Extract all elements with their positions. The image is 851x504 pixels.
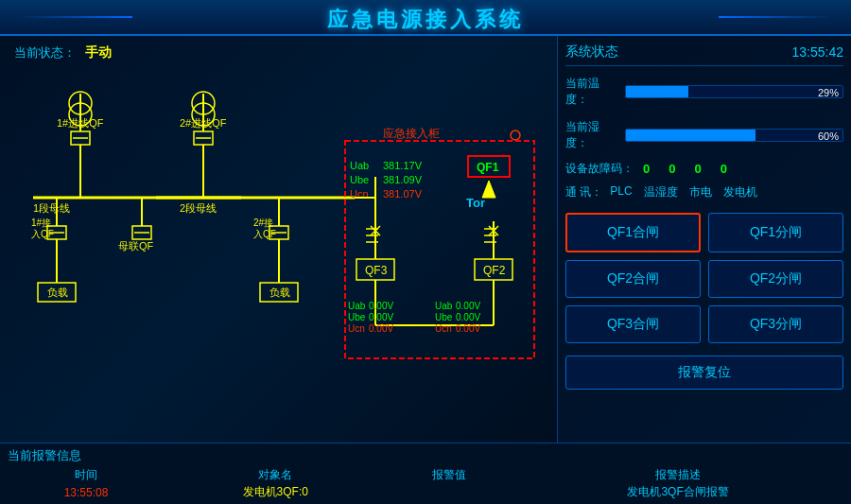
circuit-diagram: 1#进线QF 1段母线 2#进线QF xyxy=(5,70,544,363)
system-status-header: 系统状态 13:55:42 xyxy=(565,43,843,66)
temp-fill xyxy=(626,86,688,97)
comm-label: 通 讯： xyxy=(565,184,602,200)
svg-text:QF3: QF3 xyxy=(365,264,388,277)
svg-text:Ube: Ube xyxy=(435,312,453,322)
fault-label: 设备故障码： xyxy=(565,161,634,177)
humidity-row: 当前湿度： 60% xyxy=(565,119,843,151)
circuit-svg: 1#进线QF 1段母线 2#进线QF xyxy=(5,70,544,373)
header: 应急电源接入系统 xyxy=(0,0,851,36)
svg-text:Ucn: Ucn xyxy=(435,323,452,334)
system-time: 13:55:42 xyxy=(792,44,844,60)
svg-text:Uab: Uab xyxy=(350,160,369,171)
fault-values: 0 0 0 0 xyxy=(643,162,727,176)
svg-text:0.00V: 0.00V xyxy=(456,312,480,322)
temp-label: 当前温度： xyxy=(565,76,617,108)
alarm-value-cell xyxy=(387,483,512,501)
diagram-area: 当前状态： 手动 1#进线QF xyxy=(0,36,558,443)
alarm-col-time: 时间 xyxy=(8,467,165,483)
temp-value: 29% xyxy=(818,86,839,99)
comm-humidity-sensor: 温湿度 xyxy=(644,184,678,200)
alarm-col-value: 报警值 xyxy=(387,467,512,483)
state-bar: 当前状态： 手动 xyxy=(5,41,552,65)
svg-text:Ucn: Ucn xyxy=(348,323,365,334)
svg-text:QF1: QF1 xyxy=(477,161,499,174)
humidity-value: 60% xyxy=(818,130,839,143)
svg-text:0.00V: 0.00V xyxy=(369,323,393,334)
state-value: 手动 xyxy=(85,44,112,61)
svg-text:Ube: Ube xyxy=(348,312,366,322)
alarm-area: 当前报警信息 时间 对象名 报警值 报警描述 13:55:08 发电机3QF:0… xyxy=(0,443,851,504)
fault-val-2: 0 xyxy=(669,162,675,176)
svg-text:QF2: QF2 xyxy=(483,264,506,277)
comm-generator: 发电机 xyxy=(723,184,757,200)
svg-text:1段母线: 1段母线 xyxy=(33,202,70,214)
qf1-close-button[interactable]: QF1合闸 xyxy=(565,213,701,252)
svg-text:381.09V: 381.09V xyxy=(383,174,423,185)
qf3-open-button[interactable]: QF3分闸 xyxy=(708,305,843,343)
alarm-desc-cell: 发电机3QF合闸报警 xyxy=(512,483,843,501)
system-status-title: 系统状态 xyxy=(565,43,618,61)
humidity-fill xyxy=(626,130,755,141)
header-decoration-left xyxy=(19,16,132,18)
state-label: 当前状态： xyxy=(14,44,76,61)
alarm-object-cell: 发电机3QF:0 xyxy=(165,483,387,501)
comm-plc: PLC xyxy=(610,184,632,200)
alarm-time-cell: 13:55:08 xyxy=(8,483,165,501)
svg-text:Ube: Ube xyxy=(350,174,369,185)
header-decoration-right xyxy=(719,16,832,18)
temp-progress: 29% xyxy=(625,85,843,98)
temperature-row: 当前温度： 29% xyxy=(565,76,843,108)
right-panel: 系统状态 13:55:42 当前温度： 29% 当前湿度： 60% 设备故障码：… xyxy=(558,36,851,443)
fault-val-4: 0 xyxy=(721,162,727,176)
svg-text:入QF: 入QF xyxy=(253,229,276,239)
qf2-close-button[interactable]: QF2合闸 xyxy=(565,260,701,298)
svg-text:0.00V: 0.00V xyxy=(369,312,393,322)
svg-text:应急接入柜: 应急接入柜 xyxy=(383,127,440,140)
svg-text:1#接: 1#接 xyxy=(31,217,51,228)
humidity-progress: 60% xyxy=(625,129,843,142)
alarm-header: 当前报警信息 xyxy=(8,447,843,464)
alarm-col-desc: 报警描述 xyxy=(512,467,843,483)
svg-text:2段母线: 2段母线 xyxy=(180,202,217,214)
svg-text:0.00V: 0.00V xyxy=(456,323,480,334)
svg-text:母联QF: 母联QF xyxy=(118,240,154,252)
svg-text:负载: 负载 xyxy=(47,287,68,298)
svg-text:2#接: 2#接 xyxy=(253,217,273,228)
svg-text:381.17V: 381.17V xyxy=(383,160,423,171)
alarm-col-object: 对象名 xyxy=(165,467,387,483)
fault-val-1: 0 xyxy=(643,162,650,176)
alarm-reset-button[interactable]: 报警复位 xyxy=(565,356,843,390)
svg-text:Uab: Uab xyxy=(435,301,453,311)
comm-mains: 市电 xyxy=(689,184,712,200)
svg-text:负载: 负载 xyxy=(269,287,290,298)
svg-text:2#进线QF: 2#进线QF xyxy=(180,117,227,129)
comm-items: PLC 温湿度 市电 发电机 xyxy=(610,184,756,200)
svg-text:0.00V: 0.00V xyxy=(456,301,480,311)
control-buttons: QF1合闸 QF1分闸 QF2合闸 QF2分闸 QF3合闸 QF3分闸 xyxy=(565,213,843,343)
table-row: 13:55:08 发电机3QF:0 发电机3QF合闸报警 xyxy=(8,483,843,501)
alarm-table: 时间 对象名 报警值 报警描述 13:55:08 发电机3QF:0 发电机3QF… xyxy=(8,467,843,501)
comm-row: 通 讯： PLC 温湿度 市电 发电机 xyxy=(565,184,843,200)
svg-text:1#进线QF: 1#进线QF xyxy=(57,117,104,129)
page-title: 应急电源接入系统 xyxy=(327,8,524,31)
svg-text:入QF: 入QF xyxy=(31,229,54,239)
svg-text:381.07V: 381.07V xyxy=(383,188,423,200)
fault-row: 设备故障码： 0 0 0 0 xyxy=(565,161,843,177)
fault-val-3: 0 xyxy=(694,162,701,176)
qf2-open-button[interactable]: QF2分闸 xyxy=(708,260,843,298)
svg-text:0.00V: 0.00V xyxy=(369,301,393,311)
main-content: 当前状态： 手动 1#进线QF xyxy=(0,36,851,443)
humidity-label: 当前湿度： xyxy=(565,119,617,151)
alarm-table-header: 时间 对象名 报警值 报警描述 xyxy=(8,467,843,483)
svg-text:Uab: Uab xyxy=(348,301,366,311)
qf3-close-button[interactable]: QF3合闸 xyxy=(565,305,701,343)
qf1-open-button[interactable]: QF1分闸 xyxy=(708,213,843,252)
